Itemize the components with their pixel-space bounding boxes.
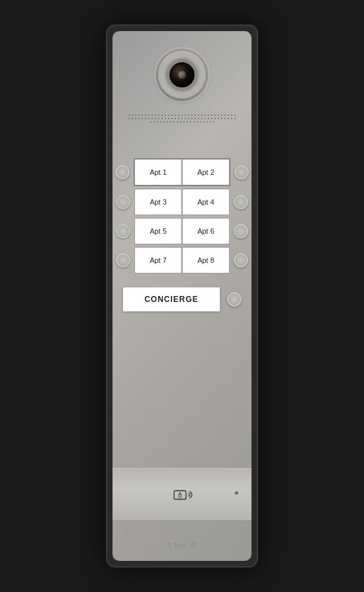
grille-dot xyxy=(138,115,140,116)
grille-dot xyxy=(205,115,206,116)
grille-dot xyxy=(170,121,171,123)
grille-dot xyxy=(211,118,212,119)
grille-dot xyxy=(234,115,236,116)
call-button-apt4-right[interactable] xyxy=(234,195,248,209)
grille-dot xyxy=(198,118,199,119)
call-button-apt6-right[interactable] xyxy=(234,224,248,238)
grille-dot xyxy=(161,115,163,116)
grille-dot xyxy=(201,115,203,116)
grille-dot xyxy=(228,118,229,119)
grille-dot xyxy=(168,115,169,116)
brand-label: © bas IP xyxy=(167,542,197,549)
camera-mount xyxy=(158,51,206,99)
grille-dot xyxy=(132,115,133,116)
grille-dot xyxy=(218,118,219,119)
grille-dot xyxy=(158,118,159,119)
grille-dot xyxy=(234,118,236,119)
grille-dot xyxy=(155,118,156,119)
grille-dot xyxy=(178,115,179,116)
call-button-concierge[interactable] xyxy=(227,292,242,307)
grille-dot xyxy=(161,118,163,119)
call-button-apt3-left[interactable] xyxy=(116,195,130,209)
grille-dot xyxy=(191,115,193,116)
grille-dot xyxy=(214,115,216,116)
concierge-row: CONCIERGE xyxy=(122,287,242,312)
grille-dot xyxy=(228,115,229,116)
grille-dot xyxy=(181,118,183,119)
grille-dot xyxy=(154,121,155,123)
apt-8-button[interactable]: Apt 8 xyxy=(183,248,229,273)
grille-dot xyxy=(132,118,133,119)
brand-copyright: © xyxy=(167,542,172,549)
grille-dot xyxy=(183,121,185,123)
grille-dot xyxy=(175,118,176,119)
concierge-button[interactable]: CONCIERGE xyxy=(122,287,220,312)
grille-dot xyxy=(138,118,140,119)
speaker-grille xyxy=(129,112,235,125)
grille-dot xyxy=(221,115,222,116)
grille-dot xyxy=(155,115,156,116)
apt-6-button[interactable]: Apt 6 xyxy=(183,219,229,244)
grille-dot xyxy=(165,115,166,116)
grille-dot xyxy=(224,115,226,116)
grille-dot xyxy=(171,118,173,119)
grille-dot xyxy=(180,121,181,123)
grille-dot xyxy=(208,115,209,116)
card-reader-section xyxy=(113,468,251,521)
grille-dot xyxy=(185,118,186,119)
grille-dot xyxy=(231,118,232,119)
grille-dot xyxy=(203,121,205,123)
camera-section xyxy=(113,31,251,99)
grille-dot xyxy=(165,118,166,119)
grille-dot xyxy=(152,115,153,116)
grille-dot xyxy=(197,121,198,123)
grille-dot xyxy=(187,121,188,123)
grille-dot xyxy=(158,115,159,116)
call-button-apt5-left[interactable] xyxy=(116,224,130,238)
grille-dot xyxy=(148,115,150,116)
grille-dot xyxy=(128,115,130,116)
apt-2-button[interactable]: Apt 2 xyxy=(183,160,229,185)
grille-dot xyxy=(214,118,216,119)
camera-lens xyxy=(167,60,197,89)
grille-dot xyxy=(195,115,196,116)
grille-dot xyxy=(193,121,195,123)
apt-5-button[interactable]: Apt 5 xyxy=(135,219,181,244)
grille-dot xyxy=(152,118,153,119)
grille-dot xyxy=(167,121,168,123)
device-panel: Apt 1 Apt 2 Apt 3 Apt 4 Apt 5 Apt xyxy=(113,31,251,561)
nfc-icon xyxy=(169,481,195,508)
grille-dot xyxy=(177,121,178,123)
apt-row-3: Apt 5 Apt 6 xyxy=(116,218,248,244)
apt-1-button[interactable]: Apt 1 xyxy=(135,160,181,185)
brand-section: © bas IP xyxy=(113,542,251,549)
grille-dot xyxy=(211,115,212,116)
grille-dot xyxy=(218,115,219,116)
apt-7-button[interactable]: Apt 7 xyxy=(135,248,181,273)
grille-dot xyxy=(135,115,136,116)
call-button-apt2-right[interactable] xyxy=(234,165,249,179)
grille-dot xyxy=(205,118,206,119)
grille-dot xyxy=(160,121,161,123)
grille-dot xyxy=(201,118,203,119)
grille-dot xyxy=(185,115,186,116)
apt-3-button[interactable]: Apt 3 xyxy=(135,189,181,215)
grille-dot xyxy=(210,121,211,123)
call-button-apt8-right[interactable] xyxy=(234,253,248,268)
grille-dot xyxy=(206,121,208,123)
apt-4-button[interactable]: Apt 4 xyxy=(183,189,229,215)
grille-dot xyxy=(181,115,183,116)
grille-dot xyxy=(231,115,232,116)
call-button-apt7-left[interactable] xyxy=(116,253,130,268)
grille-dot xyxy=(157,121,158,123)
call-button-apt1-left[interactable] xyxy=(115,165,130,179)
device-outer: Apt 1 Apt 2 Apt 3 Apt 4 Apt 5 Apt xyxy=(106,25,258,567)
led-indicator xyxy=(235,491,238,495)
grille-dot xyxy=(128,118,130,119)
buttons-section: Apt 1 Apt 2 Apt 3 Apt 4 Apt 5 Apt xyxy=(113,158,251,312)
grille-dot xyxy=(208,118,209,119)
grille-dot xyxy=(135,118,136,119)
grille-dot xyxy=(168,118,169,119)
grille-dot xyxy=(171,115,173,116)
grille-dot xyxy=(191,118,193,119)
